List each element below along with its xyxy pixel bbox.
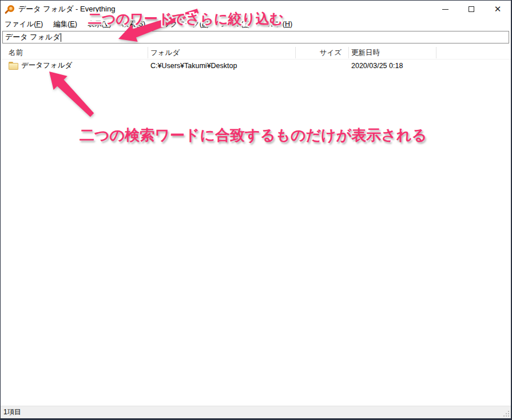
menu-file[interactable]: ファイル(F) [1,19,48,29]
close-button[interactable]: ✕ [485,1,511,18]
maximize-button[interactable] [458,1,485,18]
result-modified: 2020/03/25 0:18 [351,62,403,70]
results-list: データフォルダ C:¥Users¥Takumi¥Desktop 2020/03/… [1,60,511,406]
text-caret [61,33,61,42]
column-header-folder[interactable]: フォルダ [150,48,180,58]
magnifier-handle [5,9,9,14]
menu-view[interactable]: 表示(V) [82,19,117,29]
menu-bar: ファイル(F) 編集(E) 表示(V) 検索(S) ブックマーク(B) ツール(… [1,18,511,31]
column-divider[interactable] [348,47,349,58]
result-name: データフォルダ [21,61,72,70]
search-input[interactable]: データ フォルダ [2,31,509,43]
result-row[interactable]: データフォルダ C:¥Users¥Takumi¥Desktop 2020/03/… [1,60,511,72]
menu-search[interactable]: 検索(S) [117,19,151,29]
title-bar: データ フォルダ - Everything ✕ [1,1,511,18]
status-bar: 1項目 [1,406,511,418]
results-header: 名前 フォルダ サイズ 更新日時 [1,46,511,60]
minimize-icon [442,9,449,10]
item-count: 1項目 [3,407,21,417]
window-title: データ フォルダ - Everything [18,4,115,14]
result-folder-path: C:¥Users¥Takumi¥Desktop [150,62,237,70]
menu-help[interactable]: ヘルプ(H) [255,19,297,29]
column-divider[interactable] [148,47,148,58]
result-name-cell[interactable]: データフォルダ [9,61,72,70]
column-divider[interactable] [295,47,296,58]
column-divider[interactable] [436,47,436,58]
menu-bookmarks[interactable]: ブックマーク(B) [150,19,214,29]
resize-grip-icon[interactable] [508,415,509,417]
folder-icon [9,62,18,70]
maximize-icon [469,6,474,12]
everything-app-icon [5,5,15,14]
column-header-modified[interactable]: 更新日時 [351,48,380,58]
search-text: データ フォルダ [5,32,60,42]
column-header-name[interactable]: 名前 [9,48,23,58]
minimize-button[interactable] [432,1,458,18]
everything-window: データ フォルダ - Everything ✕ ファイル(F) 編集(E) 表示… [0,0,512,420]
column-header-size[interactable]: サイズ [295,48,345,58]
menu-edit[interactable]: 編集(E) [48,19,82,29]
menu-tools[interactable]: ツール(T) [214,19,255,29]
